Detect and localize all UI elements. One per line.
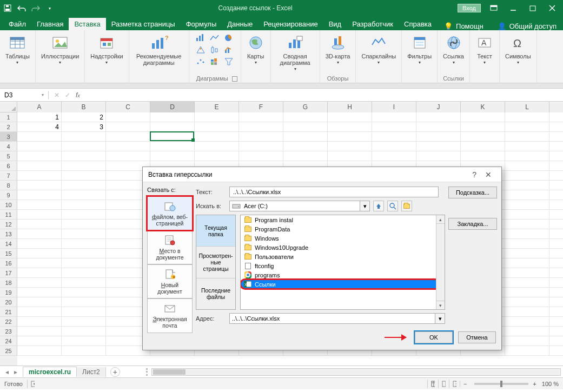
cell-M13[interactable] xyxy=(549,229,563,239)
cell-B17[interactable] xyxy=(62,268,106,278)
row-header-7[interactable]: 7 xyxy=(0,171,17,181)
cell-A21[interactable] xyxy=(17,307,62,317)
qat-customize-icon[interactable]: ▾ xyxy=(45,4,54,12)
cell-B4[interactable] xyxy=(62,142,106,151)
cell-L3[interactable] xyxy=(505,132,549,142)
cell-L12[interactable] xyxy=(505,220,549,229)
col-header-A[interactable]: A xyxy=(17,102,62,112)
macro-record-icon[interactable] xyxy=(27,380,38,388)
link-category-file-web[interactable]: файлом, веб-страницей xyxy=(147,196,193,230)
ok-button[interactable]: OK xyxy=(415,331,453,343)
normal-view-icon[interactable] xyxy=(427,380,438,388)
col-header-K[interactable]: K xyxy=(461,102,505,112)
row-header-3[interactable]: 3 xyxy=(0,132,17,142)
hyperlink-button[interactable]: Ссылка▾ xyxy=(441,32,466,67)
cell-E1[interactable] xyxy=(195,112,239,122)
file-item[interactable]: XСсылки xyxy=(241,280,445,289)
sheet-nav-prev-icon[interactable]: ◂ xyxy=(5,368,9,376)
file-list[interactable]: Program instalProgramDataWindowsWindows1… xyxy=(240,215,445,310)
cell-H4[interactable] xyxy=(328,142,372,151)
tell-me-icon[interactable]: 💡 xyxy=(444,22,453,30)
cell-A8[interactable] xyxy=(17,181,62,190)
cell-L15[interactable] xyxy=(505,249,549,258)
row-header-5[interactable]: 5 xyxy=(0,151,17,161)
cell-M19[interactable] xyxy=(549,288,563,297)
chart-combo-icon[interactable] xyxy=(223,44,234,55)
cell-B22[interactable] xyxy=(62,317,106,327)
charts-dialog-launcher-icon[interactable] xyxy=(232,76,237,82)
cell-B21[interactable] xyxy=(62,307,106,317)
cell-E4[interactable] xyxy=(195,142,239,151)
cell-C3[interactable] xyxy=(106,132,150,142)
cell-L13[interactable] xyxy=(505,229,549,239)
row-header-13[interactable]: 13 xyxy=(0,229,17,239)
cell-G2[interactable] xyxy=(283,122,328,132)
cell-I2[interactable] xyxy=(372,122,416,132)
cell-K4[interactable] xyxy=(461,142,505,151)
row-header-6[interactable]: 6 xyxy=(0,161,17,171)
zoom-out-button[interactable]: − xyxy=(460,381,470,387)
row-header-17[interactable]: 17 xyxy=(0,268,17,278)
cell-L20[interactable] xyxy=(505,297,549,307)
cell-C5[interactable] xyxy=(106,151,150,161)
cell-B3[interactable] xyxy=(62,132,106,142)
cell-M12[interactable] xyxy=(549,220,563,229)
addins-button[interactable]: Надстройки▾ xyxy=(88,32,125,67)
cell-C2[interactable] xyxy=(106,122,150,132)
cell-L2[interactable] xyxy=(505,122,549,132)
ribtab-файл[interactable]: Файл xyxy=(3,18,31,30)
col-header-E[interactable]: E xyxy=(195,102,239,112)
signin-button[interactable]: Вход xyxy=(458,4,481,12)
cell-B18[interactable] xyxy=(62,278,106,288)
chart-funnel-icon[interactable] xyxy=(223,56,234,67)
minimize-icon[interactable] xyxy=(507,2,520,15)
row-header-20[interactable]: 20 xyxy=(0,297,17,307)
cell-K2[interactable] xyxy=(461,122,505,132)
cell-A17[interactable] xyxy=(17,268,62,278)
view-tab-2[interactable]: Последние файлы xyxy=(196,278,235,309)
name-box[interactable]: D3▾ xyxy=(0,91,49,99)
cell-M24[interactable] xyxy=(549,336,563,346)
cell-K3[interactable] xyxy=(461,132,505,142)
chevron-down-icon[interactable]: ▾ xyxy=(435,314,445,323)
row-header-25[interactable]: 25 xyxy=(0,346,17,356)
cell-M5[interactable] xyxy=(549,151,563,161)
cancel-button[interactable]: Отмена xyxy=(458,331,496,343)
col-header-C[interactable]: C xyxy=(106,102,150,112)
row-header-11[interactable]: 11 xyxy=(0,210,17,220)
cell-B24[interactable] xyxy=(62,336,106,346)
cell-K1[interactable] xyxy=(461,112,505,122)
cell-M6[interactable] xyxy=(549,161,563,171)
filters-button[interactable]: Фильтры▾ xyxy=(405,32,434,67)
row-header-12[interactable]: 12 xyxy=(0,220,17,229)
cell-B14[interactable] xyxy=(62,239,106,249)
file-list-scrollbar[interactable]: ▴▾ xyxy=(436,215,445,309)
cell-J5[interactable] xyxy=(416,151,461,161)
ribtab-разметка страницы[interactable]: Разметка страницы xyxy=(106,18,181,30)
cell-B1[interactable]: 2 xyxy=(62,112,106,122)
cell-A15[interactable] xyxy=(17,249,62,258)
cell-A9[interactable] xyxy=(17,190,62,200)
page-break-view-icon[interactable] xyxy=(449,380,460,388)
maximize-icon[interactable] xyxy=(526,2,539,15)
view-tab-1[interactable]: Просмотрен-ные страницы xyxy=(196,247,235,278)
cell-C4[interactable] xyxy=(106,142,150,151)
cell-D2[interactable] xyxy=(150,122,195,132)
cell-F5[interactable] xyxy=(239,151,283,161)
cell-M17[interactable] xyxy=(549,268,563,278)
cell-J4[interactable] xyxy=(416,142,461,151)
save-icon[interactable] xyxy=(3,4,12,12)
cell-D5[interactable] xyxy=(150,151,195,161)
ribtab-вид[interactable]: Вид xyxy=(323,18,347,30)
cell-J1[interactable] xyxy=(416,112,461,122)
recommended-charts-button[interactable]: ?Рекомендуемые диаграммы xyxy=(133,32,186,67)
cell-A11[interactable] xyxy=(17,210,62,220)
dialog-help-icon[interactable]: ? xyxy=(468,170,481,179)
file-item[interactable]: Пользователи xyxy=(241,252,445,261)
ribtab-разработчик[interactable]: Разработчик xyxy=(347,18,399,30)
cell-F1[interactable] xyxy=(239,112,283,122)
illustrations-button[interactable]: Иллюстрации▾ xyxy=(39,32,81,67)
cell-A24[interactable] xyxy=(17,336,62,346)
cell-A2[interactable]: 4 xyxy=(17,122,62,132)
cell-B11[interactable] xyxy=(62,210,106,220)
